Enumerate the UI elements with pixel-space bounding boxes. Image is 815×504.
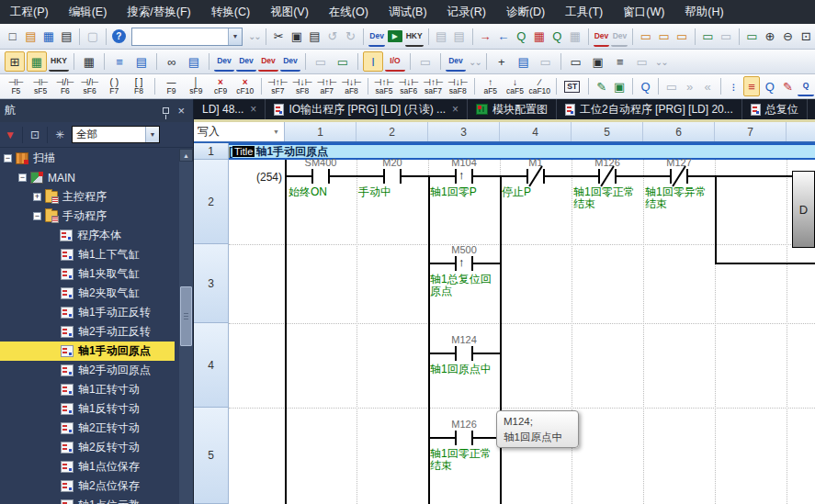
- new-file-icon[interactable]: □: [5, 27, 21, 47]
- tree-item-selected[interactable]: 轴1手动回原点: [0, 342, 175, 361]
- menu-window[interactable]: 窗口(W): [613, 0, 674, 24]
- history-icon[interactable]: ▢: [85, 27, 101, 47]
- tab-ld48[interactable]: LD] 48...×: [194, 99, 266, 119]
- tree-item[interactable]: 轴1反转寸动: [0, 399, 175, 419]
- help-icon[interactable]: ?: [110, 27, 127, 47]
- window-zoom-icon[interactable]: ▤: [514, 51, 534, 72]
- zoom-in-icon[interactable]: ⊕: [762, 27, 778, 47]
- tree-item-manual-program[interactable]: −手动程序: [0, 207, 175, 226]
- contact-M1[interactable]: [526, 168, 545, 185]
- library2-icon[interactable]: ▤: [451, 27, 468, 47]
- write-mode-combobox[interactable]: 写入: [194, 122, 285, 141]
- comment-green-icon[interactable]: ▭: [333, 51, 353, 72]
- tab-station2-auto-program[interactable]: 工位2自动程序 [PRG] [LD] 20...: [557, 99, 742, 119]
- mail-icon[interactable]: ▭: [311, 51, 331, 72]
- outline2-icon[interactable]: ≡: [743, 76, 760, 96]
- overflow-chevron-icon[interactable]: ⌄⌄: [655, 57, 667, 67]
- find-device-icon[interactable]: Q: [638, 76, 654, 96]
- parameter-icon[interactable]: ⊞: [5, 51, 25, 72]
- open-project-icon[interactable]: ▤: [23, 27, 40, 47]
- menu-record[interactable]: 记录(R): [437, 0, 496, 24]
- application-instruction-button[interactable]: [ ]F8: [128, 75, 151, 98]
- device-combo-icon[interactable]: Dev: [214, 51, 234, 72]
- menu-debug[interactable]: 调试(B): [379, 0, 437, 24]
- pulse-ne-closed-button[interactable]: ⊣↑⊢saF7: [422, 75, 445, 98]
- contact-closed-or-button[interactable]: ⊣/⊢sF6: [78, 75, 101, 98]
- save-icon[interactable]: ▦: [40, 27, 57, 47]
- menu-diagnostics[interactable]: 诊断(D): [496, 0, 555, 24]
- row-number[interactable]: 2: [194, 160, 229, 244]
- contact-open-or-button[interactable]: ⊣⊢sF5: [29, 75, 52, 98]
- device-badge-disabled-icon[interactable]: Dev: [611, 27, 628, 47]
- monitor-stop-icon[interactable]: ▭: [718, 27, 734, 47]
- collapse-icon[interactable]: −: [33, 212, 41, 220]
- pin-icon[interactable]: [163, 107, 169, 114]
- zoom-fit-icon[interactable]: ⊡: [798, 27, 814, 47]
- tree-scrollbar[interactable]: ▲: [179, 149, 193, 504]
- doc-dots-icon[interactable]: ▤: [131, 51, 152, 72]
- comment-icon[interactable]: ▭: [638, 27, 654, 47]
- plc-offline-icon[interactable]: ▦: [567, 27, 583, 47]
- combo-dropdown-icon[interactable]: ▼: [228, 28, 242, 45]
- expand-icon[interactable]: +: [33, 193, 41, 201]
- redo-icon[interactable]: ↻: [343, 27, 359, 47]
- scrollbar-thumb[interactable]: [180, 286, 192, 346]
- tree-item-program-body[interactable]: 程序本体: [0, 226, 175, 245]
- tree-item-main[interactable]: −MAIN: [0, 168, 175, 187]
- menu-project[interactable]: 工程(P): [0, 0, 59, 24]
- tab-close-icon[interactable]: ×: [452, 103, 458, 116]
- layout-icon[interactable]: ⊡: [27, 129, 43, 141]
- insert-row-icon[interactable]: »: [682, 76, 698, 96]
- hotkey2-icon[interactable]: HKY: [49, 51, 69, 72]
- tree-item-master-program[interactable]: +主控程序: [0, 187, 175, 207]
- delete-row-icon[interactable]: «: [699, 76, 716, 96]
- pulse-rise-or-button[interactable]: ⊣↑⊢aF7: [315, 75, 338, 98]
- combo-dropdown-icon[interactable]: ▼: [145, 127, 159, 142]
- tab-total-reset[interactable]: 总复位: [742, 99, 808, 119]
- note-icon[interactable]: ▭: [674, 27, 690, 47]
- tree-item[interactable]: 轴1夹取气缸: [0, 264, 175, 284]
- read-from-plc-icon[interactable]: ←: [495, 27, 512, 47]
- outline-icon[interactable]: ⁝: [726, 76, 742, 96]
- form-icon[interactable]: ▭: [566, 51, 586, 72]
- gear-icon[interactable]: ✳: [51, 129, 68, 141]
- io-check-icon[interactable]: I/O: [385, 51, 405, 72]
- filter-icon[interactable]: ▼: [2, 129, 18, 141]
- invert-rise-button[interactable]: ↑aF5: [479, 75, 502, 98]
- pulse-ne-open-button[interactable]: ⊣↑⊢saF5: [373, 75, 396, 98]
- tree-filter-combobox[interactable]: 全部▼: [72, 126, 160, 143]
- statement-edit-icon[interactable]: ▣: [611, 76, 628, 96]
- cut-icon[interactable]: ✂: [271, 27, 288, 47]
- menu-convert[interactable]: 转换(C): [201, 0, 260, 24]
- device-memory-icon[interactable]: ▦: [27, 51, 47, 72]
- write-mode-icon[interactable]: ✎: [780, 76, 797, 96]
- tree-item[interactable]: 轴1手动正反转: [0, 303, 175, 322]
- monitor-start-icon[interactable]: ▶: [387, 27, 403, 47]
- delete-vline-button[interactable]: ×cF10: [233, 75, 256, 98]
- menu-tools[interactable]: 工具(T): [555, 0, 613, 24]
- print-icon[interactable]: ▤: [59, 27, 75, 47]
- edit-contact-icon[interactable]: ✎: [594, 76, 610, 96]
- device-red-icon[interactable]: Dev: [258, 51, 278, 72]
- toolbar-combobox[interactable]: ▼: [131, 28, 243, 46]
- zoom-out-icon[interactable]: ⊖: [780, 27, 797, 47]
- contact-M20[interactable]: [383, 168, 402, 185]
- device-write-icon[interactable]: Dev: [368, 27, 385, 47]
- menu-help[interactable]: 帮助(H): [674, 0, 733, 24]
- collapse-icon[interactable]: −: [4, 154, 12, 162]
- pulse-ne-open-or-button[interactable]: ⊣↓⊢saF6: [397, 75, 420, 98]
- invert-result-button[interactable]: ∕caF10: [528, 75, 551, 98]
- cursor-find-icon[interactable]: +: [492, 51, 512, 72]
- find-icon[interactable]: ∞: [162, 51, 182, 72]
- window-disabled-icon[interactable]: ▭: [536, 51, 556, 72]
- find-window-icon[interactable]: ▤: [184, 51, 204, 72]
- copy-icon[interactable]: ▣: [289, 27, 305, 47]
- tree-item[interactable]: 轴1点位示教: [0, 496, 175, 504]
- tree-item[interactable]: 轴2点位保存: [0, 476, 175, 496]
- tree-item[interactable]: 轴2手动回原点: [0, 361, 175, 380]
- plc-diagnostics-icon[interactable]: ▦: [531, 27, 548, 47]
- menu-view[interactable]: 视图(V): [260, 0, 319, 24]
- row-number[interactable]: 5: [194, 408, 229, 504]
- hline-button[interactable]: —F9: [160, 75, 183, 98]
- device-blue-icon[interactable]: Dev: [280, 51, 300, 72]
